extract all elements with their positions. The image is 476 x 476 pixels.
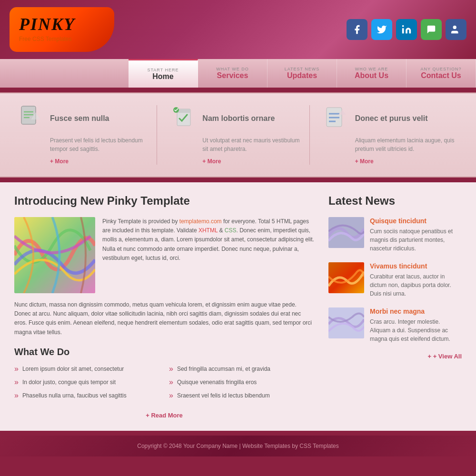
twitter-icon[interactable] (371, 19, 392, 40)
nav-updates[interactable]: LATEST NEWS Updates (268, 59, 337, 88)
news-content-1: Quisque tincidunt Cum sociis natoque pen… (370, 217, 462, 253)
linkedin-icon[interactable] (396, 19, 417, 40)
intro-paragraph-2: Nunc dictum, massa non dignissim commodo… (14, 300, 314, 337)
news-item-text-3: Cras arcu. Integer molestie. Aliquam a d… (370, 317, 462, 343)
social-icons (347, 19, 466, 40)
nav-updates-top: LATEST NEWS (285, 67, 320, 71)
feature-header-1: Fusce sem nulla (19, 105, 152, 131)
logo-subtitle: Free CSS Templates (19, 36, 102, 42)
svg-rect-9 (177, 109, 190, 113)
view-all-row: + + View All (328, 353, 462, 360)
news-item-text-2: Curabitur erat lacus, auctor in dictum n… (370, 272, 462, 298)
css-link[interactable]: CSS (225, 227, 237, 234)
feature-item-2: Nam lobortis ornare Ut volutpat erat nec… (167, 105, 309, 165)
message-icon[interactable] (421, 19, 442, 40)
svg-point-0 (402, 25, 404, 27)
nav-home[interactable]: START HERE Home (129, 59, 198, 88)
check-icon-2 (171, 105, 195, 131)
nav-items: START HERE Home WHAT WE DO Services LATE… (129, 59, 476, 88)
nav-contact[interactable]: ANY QUESTION? Contact Us (407, 59, 476, 88)
nav-spacer (0, 59, 129, 88)
list-text: Lorem ipsum dolor sit amet, consectetur (22, 366, 124, 372)
nav-home-top: START HERE (147, 68, 178, 72)
list-col-left: » Lorem ipsum dolor sit amet, consectetu… (14, 365, 159, 405)
nav-about[interactable]: WHO WE ARE About Us (337, 59, 407, 88)
nav-home-main: Home (152, 72, 173, 81)
list-col-right: » Sed fringilla accumsan mi, et gravida … (169, 365, 314, 405)
svg-point-1 (453, 26, 456, 29)
footer: Copyright © 2048 Your Company Name | Web… (0, 436, 476, 456)
news-title: Latest News (328, 194, 462, 208)
news-thumb-1 (328, 217, 364, 248)
header: PINKY Free CSS Templates (0, 0, 476, 59)
news-content-3: Morbi nec magna Cras arcu. Integer moles… (370, 307, 462, 343)
feature-title-2: Nam lobortis ornare (202, 114, 275, 123)
nav-contact-top: ANY QUESTION? (421, 67, 462, 71)
features-section: Fusce sem nulla Praesent vel felis id le… (0, 92, 476, 178)
list-item: » Phasellus nulla urna, faucibus vel sag… (14, 391, 159, 400)
facebook-icon[interactable] (347, 19, 367, 40)
feature-more-2[interactable]: + More (202, 158, 304, 165)
chart-icon-3 (324, 105, 348, 131)
xhtml-link[interactable]: XHTML (198, 227, 218, 234)
news-item-2: Vivamus tincidunt Curabitur erat lacus, … (328, 262, 462, 298)
logo-area: PINKY Free CSS Templates (10, 7, 114, 52)
content-right: Latest News Quisque tincidunt Cum sociis… (328, 194, 462, 419)
feature-header-3: Donec et purus velit (324, 105, 457, 131)
navigation: START HERE Home WHAT WE DO Services LATE… (0, 59, 476, 88)
news-item-title-3[interactable]: Morbi nec magna (370, 307, 462, 315)
list-item: » Quisque venenatis fringilla eros (169, 378, 314, 387)
feature-more-1[interactable]: + More (50, 158, 152, 165)
list-text: Phasellus nulla urna, faucibus vel sagit… (22, 392, 127, 399)
feature-more-3[interactable]: + More (355, 158, 457, 165)
news-item-text-1: Cum sociis natoque penatibus et magnis d… (370, 227, 462, 253)
footer-text: Copyright © 2048 Your Company Name | Web… (137, 443, 339, 449)
feature-text-3: Aliquam elementum lacinia augue, quis pr… (355, 136, 457, 153)
feature-item-1: Fusce sem nulla Praesent vel felis id le… (14, 105, 157, 165)
feature-text-2: Ut volutpat erat nec mauris vestibulum s… (202, 136, 304, 153)
nav-services-top: WHAT WE DO (216, 67, 249, 71)
nav-about-top: WHO WE ARE (355, 67, 388, 71)
list-item: » Lorem ipsum dolor sit amet, consectetu… (14, 365, 159, 373)
feature-text-1: Praesent vel felis id lectus bibendum te… (50, 136, 152, 153)
news-item-1: Quisque tincidunt Cum sociis natoque pen… (328, 217, 462, 253)
what-we-do-title: What We Do (14, 347, 314, 357)
list-text: Quisque venenatis fringilla eros (177, 379, 257, 386)
nav-about-main: About Us (355, 71, 388, 80)
nav-services-main: Services (217, 71, 248, 80)
main-content: Introducing New Pinky Template (0, 182, 476, 431)
feature-header-2: Nam lobortis ornare (171, 105, 304, 131)
news-thumb-2 (328, 262, 364, 293)
news-thumb-3 (328, 307, 364, 338)
bullet-icon: » (169, 391, 173, 400)
list-item: » Sraesent vel felis id lectus bibendum (169, 391, 314, 400)
list-text: Sraesent vel felis id lectus bibendum (177, 392, 270, 399)
nav-updates-main: Updates (287, 71, 317, 80)
intro-image (14, 217, 95, 293)
logo-title: PINKY (19, 14, 102, 34)
news-item-title-2[interactable]: Vivamus tincidunt (370, 262, 462, 270)
nav-services[interactable]: WHAT WE DO Services (198, 59, 268, 88)
list-text: Sed fringilla accumsan mi, et gravida (177, 366, 270, 372)
read-more-link[interactable]: + Read More (146, 412, 183, 419)
news-content-2: Vivamus tincidunt Curabitur erat lacus, … (370, 262, 462, 298)
bullet-icon: » (14, 391, 19, 400)
intro-title: Introducing New Pinky Template (14, 194, 314, 208)
google-plus-icon[interactable] (446, 19, 466, 40)
templatemo-link[interactable]: templatemo.com (179, 218, 222, 225)
what-we-do-list: » Lorem ipsum dolor sit amet, consectetu… (14, 365, 314, 405)
feature-title-3: Donec et purus velit (355, 114, 428, 123)
feature-item-3: Donec et purus velit Aliquam elementum l… (319, 105, 462, 165)
view-all-link[interactable]: + + View All (427, 353, 462, 360)
news-item-title-1[interactable]: Quisque tincidunt (370, 217, 462, 225)
intro-content: Pinky Template is provided by templatemo… (14, 217, 314, 293)
intro-text-block: Pinky Template is provided by templatemo… (102, 217, 314, 293)
feature-title-1: Fusce sem nulla (50, 114, 109, 123)
news-item-3: Morbi nec magna Cras arcu. Integer moles… (328, 307, 462, 343)
list-text: In dolor justo, congue quis tempor sit (22, 379, 116, 386)
bullet-icon: » (14, 365, 19, 373)
content-left: Introducing New Pinky Template (14, 194, 314, 419)
nav-contact-main: Contact Us (421, 71, 461, 80)
list-item: » In dolor justo, congue quis tempor sit (14, 378, 159, 387)
list-item: » Sed fringilla accumsan mi, et gravida (169, 365, 314, 373)
